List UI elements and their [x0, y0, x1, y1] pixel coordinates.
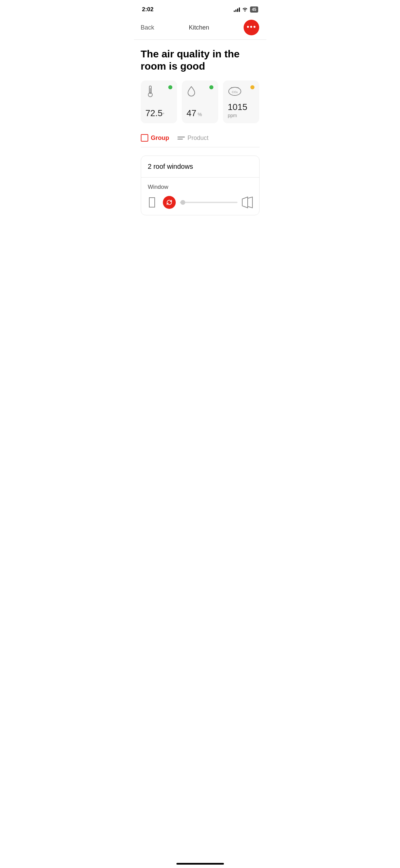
back-button[interactable]: Back — [141, 24, 154, 31]
refresh-button[interactable] — [163, 196, 176, 209]
humidity-value: 47 % — [187, 108, 213, 119]
air-quality-title: The air quality in the room is good — [141, 48, 260, 72]
temperature-value: 72.5° — [146, 108, 172, 119]
window-control — [148, 196, 252, 209]
group-header: 2 roof windows — [141, 156, 259, 178]
product-icon — [177, 137, 185, 140]
tab-group-label: Group — [151, 134, 169, 142]
tab-product[interactable]: Product — [177, 134, 209, 143]
nav-title: Kitchen — [189, 24, 209, 31]
window-closed-icon — [148, 196, 159, 209]
svg-rect-2 — [150, 88, 151, 93]
main-content: The air quality in the room is good 72.5… — [134, 40, 266, 215]
slider-thumb — [180, 200, 185, 205]
tab-product-label: Product — [188, 134, 209, 142]
temperature-card: 72.5° — [141, 80, 177, 123]
group-icon — [141, 134, 148, 142]
tabs: Group Product — [141, 134, 260, 147]
co2-card: CO₂ 1015 ppm — [223, 80, 259, 123]
tab-group[interactable]: Group — [141, 134, 169, 143]
group-section: 2 roof windows Window — [141, 156, 260, 215]
humidity-card: 47 % — [182, 80, 218, 123]
more-button[interactable]: ••• — [244, 20, 259, 35]
signal-icon — [234, 7, 240, 12]
window-open-icon — [242, 196, 252, 209]
status-time: 2:02 — [142, 6, 154, 13]
battery-icon: 45 — [250, 6, 258, 13]
svg-text:CO₂: CO₂ — [232, 90, 238, 94]
group-body: Window — [141, 178, 259, 215]
window-slider[interactable] — [180, 202, 237, 203]
co2-value: 1015 ppm — [228, 102, 254, 119]
status-bar: 2:02 45 — [134, 0, 266, 17]
nav-bar: Back Kitchen ••• — [134, 17, 266, 40]
status-icons: 45 — [234, 6, 258, 13]
window-label: Window — [148, 184, 252, 191]
group-title: 2 roof windows — [148, 163, 193, 170]
temperature-status-dot — [168, 85, 172, 89]
wifi-icon — [242, 7, 248, 13]
sensor-cards: 72.5° 47 % CO₂ — [141, 80, 260, 123]
